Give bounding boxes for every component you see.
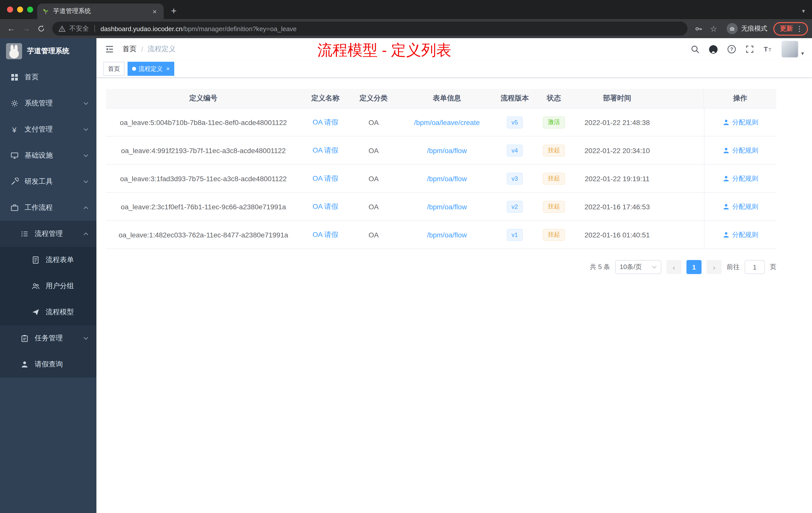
- form-link[interactable]: /bpm/oa/flow: [427, 175, 467, 182]
- red-annotation-text: 流程模型 - 定义列表: [317, 40, 451, 61]
- person-icon: [723, 175, 730, 182]
- user-menu[interactable]: ▾: [782, 41, 804, 58]
- sidebar-item-infrastructure[interactable]: 基础设施: [0, 143, 96, 169]
- document-icon: [31, 256, 40, 264]
- tags-view-bar: 首页 流程定义 ×: [96, 60, 812, 78]
- sidebar-item-task-management[interactable]: 任务管理: [0, 325, 96, 351]
- tag-close-icon[interactable]: ×: [165, 66, 170, 72]
- incognito-badge: 无痕模式: [727, 23, 767, 34]
- page-size-select[interactable]: 10条/页: [615, 260, 661, 274]
- cell-category: OA: [350, 193, 397, 220]
- assign-rule-label: 分配规则: [732, 174, 758, 183]
- col-definition-id: 定义编号: [106, 89, 301, 108]
- window-zoom-button[interactable]: [27, 6, 33, 12]
- list-icon: [20, 230, 29, 238]
- search-icon[interactable]: [691, 45, 700, 54]
- sidebar-item-system[interactable]: 系统管理: [0, 90, 96, 117]
- sidebar-item-home[interactable]: 首页: [0, 64, 96, 90]
- app-navbar: 首页 / 流程定义 流程模型 - 定义列表: [96, 38, 812, 60]
- cell-status: 挂起: [533, 137, 575, 164]
- status-tag: 激活: [543, 116, 565, 128]
- help-icon[interactable]: ?: [727, 45, 736, 54]
- monitor-icon: [10, 151, 19, 160]
- assign-rule-button[interactable]: 分配规则: [723, 230, 758, 239]
- window-minimize-button[interactable]: [17, 6, 23, 12]
- new-tab-button[interactable]: +: [167, 4, 181, 18]
- update-chrome-button[interactable]: 更新 ⋮: [773, 22, 808, 35]
- github-icon[interactable]: [709, 44, 718, 54]
- form-link[interactable]: /bpm/oa/flow: [427, 203, 467, 211]
- browser-tab[interactable]: 芋道管理系统 ×: [37, 3, 164, 19]
- assign-rule-button[interactable]: 分配规则: [723, 174, 758, 183]
- form-link[interactable]: /bpm/oa/flow: [427, 231, 467, 239]
- assign-rule-button[interactable]: 分配规则: [723, 118, 758, 127]
- security-warning-icon: [58, 25, 66, 32]
- page-number-button[interactable]: 1: [687, 260, 701, 274]
- sidebar-item-process-management[interactable]: 流程管理: [0, 221, 96, 247]
- cell-definition-name: OA 请假: [301, 221, 350, 248]
- definition-name-link[interactable]: OA 请假: [313, 146, 339, 155]
- fullscreen-icon[interactable]: [746, 45, 754, 54]
- gear-icon: [10, 99, 19, 108]
- tab-search-chevron-icon[interactable]: ▾: [802, 7, 805, 14]
- font-size-icon[interactable]: T T: [763, 45, 773, 54]
- breadcrumb: 首页 / 流程定义: [122, 45, 176, 54]
- chevron-up-icon: [83, 206, 88, 209]
- sidebar-item-user-group[interactable]: 用户分组: [0, 273, 96, 299]
- cell-status: 激活: [533, 109, 575, 136]
- definition-name-link[interactable]: OA 请假: [313, 118, 339, 127]
- browser-menu-kebab-icon[interactable]: ⋮: [794, 25, 805, 33]
- wrench-icon: [10, 177, 19, 186]
- yen-icon: ¥: [10, 125, 19, 134]
- form-link[interactable]: /bpm/oa/leave/create: [414, 118, 480, 126]
- avatar-caret-icon: ▾: [801, 50, 804, 58]
- cell-category: OA: [350, 164, 397, 192]
- sidebar-item-process-model[interactable]: 流程模型: [0, 299, 96, 325]
- url-text: dashboard.yudao.iocoder.cn/bpm/manager/d…: [100, 25, 296, 32]
- cell-version: v3: [497, 164, 533, 192]
- assign-rule-button[interactable]: 分配规则: [723, 202, 758, 211]
- sidebar-item-process-form[interactable]: 流程表单: [0, 247, 96, 273]
- sidebar-item-leave-query[interactable]: 请假查询: [0, 351, 96, 378]
- url-bar[interactable]: 不安全 dashboard.yudao.iocoder.cn/bpm/manag…: [52, 22, 688, 36]
- sidebar-item-devtools[interactable]: 研发工具: [0, 169, 96, 195]
- definition-name-link[interactable]: OA 请假: [313, 202, 339, 211]
- breadcrumb-home-link[interactable]: 首页: [122, 45, 137, 54]
- table-row: oa_leave:3:1fad3d93-7b75-11ec-a3c8-acde4…: [106, 164, 776, 193]
- definition-name-link[interactable]: OA 请假: [313, 174, 339, 183]
- cell-operation: 分配规则: [704, 109, 776, 136]
- cell-deploy-time: 2022-01-22 19:19:11: [575, 164, 659, 192]
- password-key-button[interactable]: [692, 22, 705, 36]
- status-tag: 挂起: [543, 173, 565, 184]
- assign-rule-label: 分配规则: [732, 146, 758, 155]
- bookmark-star-icon[interactable]: ☆: [706, 22, 721, 36]
- window-controls: [7, 6, 33, 12]
- form-link[interactable]: /bpm/oa/flow: [427, 146, 467, 154]
- table-header-row: 定义编号 定义名称 定义分类 表单信息 流程版本 状态 部署时间 操作: [106, 89, 776, 109]
- back-button[interactable]: ←: [4, 22, 18, 36]
- cell-form-info: /bpm/oa/flow: [397, 193, 497, 220]
- window-close-button[interactable]: [7, 6, 13, 12]
- chevron-down-icon: [83, 337, 88, 340]
- security-label: 不安全: [69, 24, 89, 33]
- col-process-version: 流程版本: [497, 89, 533, 108]
- sidebar-fold-icon[interactable]: [105, 44, 115, 54]
- reload-button[interactable]: [34, 22, 48, 36]
- tab-close-icon[interactable]: ×: [151, 7, 159, 15]
- tag-home[interactable]: 首页: [104, 62, 124, 76]
- next-page-button[interactable]: ›: [706, 260, 722, 274]
- cell-filler: [659, 193, 704, 220]
- definition-name-link[interactable]: OA 请假: [313, 230, 339, 239]
- col-status: 状态: [533, 89, 575, 108]
- cell-form-info: /bpm/oa/flow: [397, 137, 497, 164]
- goto-label: 前往: [727, 263, 740, 272]
- sidebar-item-payment[interactable]: ¥ 支付管理: [0, 117, 96, 143]
- assign-rule-button[interactable]: 分配规则: [723, 146, 758, 155]
- forward-button[interactable]: →: [19, 22, 33, 36]
- sidebar-logo[interactable]: 芋道管理系统: [0, 38, 96, 64]
- sidebar-item-workflow[interactable]: 工作流程: [0, 195, 96, 221]
- navbar-actions: ? T T ▾: [691, 41, 804, 58]
- tag-process-definition[interactable]: 流程定义 ×: [127, 62, 174, 76]
- goto-page-input[interactable]: [745, 260, 765, 274]
- prev-page-button[interactable]: ‹: [666, 260, 682, 274]
